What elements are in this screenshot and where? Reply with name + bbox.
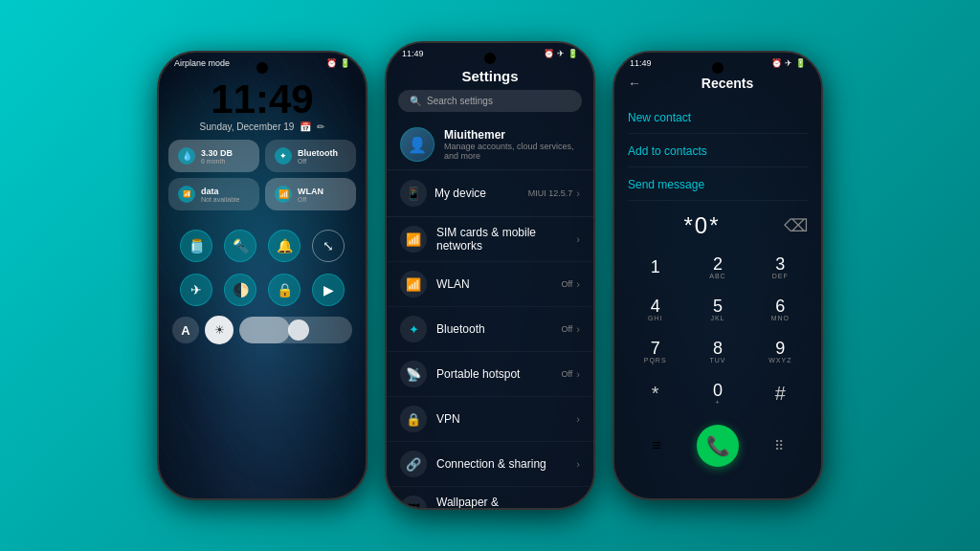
data-usage-card[interactable]: 💧 3.30 DB 6 month <box>168 140 259 172</box>
lock-btn[interactable]: 🔒 <box>268 274 301 306</box>
mobile-data-sub: Not available <box>201 196 239 203</box>
flashlight-btn[interactable]: 🫙 <box>180 230 212 262</box>
key-0[interactable]: 0 + <box>693 373 743 413</box>
key-1-num: 1 <box>651 258 660 276</box>
settings-item-vpn[interactable]: 🔒 VPN › <box>387 397 593 442</box>
recent-item-add-contact[interactable]: Add to contacts <box>628 134 808 167</box>
bt-item-label: Bluetooth <box>436 322 485 336</box>
dialer-number: *0* <box>628 212 776 239</box>
lock-time: 11:49 Sunday, December 19 📅 ✏ <box>159 70 366 132</box>
key-hash[interactable]: # <box>755 373 805 413</box>
profile-row[interactable]: 👤 Miuithemer Manage accounts, cloud serv… <box>387 120 593 170</box>
key-7[interactable]: 7 PQRS <box>631 331 680 371</box>
recent-item-send-message[interactable]: Send message <box>628 167 808 201</box>
brightness-slider[interactable] <box>239 317 352 343</box>
key-6[interactable]: 6 MNO <box>755 289 805 329</box>
wlan-item-text: WLAN <box>436 277 470 291</box>
hotspot-label: Portable hotspot <box>436 367 520 381</box>
status-icons: ⏰ 🔋 <box>326 58 350 68</box>
bt-item-right: Off › <box>561 323 580 335</box>
key-5-num: 5 <box>713 298 723 315</box>
hotspot-text: Portable hotspot <box>436 367 520 381</box>
menu-button[interactable]: ≡ <box>639 429 674 463</box>
profile-name: Miuithemer <box>444 128 580 142</box>
settings-item-sim[interactable]: 📶 SIM cards & mobile networks › <box>387 217 593 262</box>
vpn-icon: 🔒 <box>400 406 427 432</box>
brightness-toggle[interactable]: ☀ <box>205 316 234 344</box>
screen-btn[interactable]: ⤡ <box>312 230 345 262</box>
toggle-row-1: 💧 3.30 DB 6 month ✦ Bluetooth Off <box>168 140 356 172</box>
new-contact-link[interactable]: New contact <box>628 111 691 124</box>
brightness-thumb <box>288 320 309 341</box>
add-contacts-link[interactable]: Add to contacts <box>628 144 707 158</box>
wallpaper-chevron: › <box>576 503 580 508</box>
back-button[interactable]: ← <box>628 76 641 91</box>
backspace-button[interactable]: ⌫ <box>784 215 808 236</box>
mobile-data-label: data <box>201 187 239 196</box>
key-2-alpha: ABC <box>709 273 725 279</box>
vpn-item-left: 🔒 VPN <box>400 406 460 432</box>
vpn-label: VPN <box>436 412 460 426</box>
conn-item-left: 🔗 Connection & sharing <box>400 451 546 477</box>
phone-settings: 11:49 ⏰ ✈ 🔋 Settings 🔍 Search settings 👤… <box>385 41 595 510</box>
mobile-data-card[interactable]: 📶 data Not available <box>168 178 259 210</box>
key-1[interactable]: 1 <box>631 247 680 287</box>
brightness-row: A ☀ <box>159 312 366 348</box>
conn-chevron: › <box>576 458 580 470</box>
settings-item-connection[interactable]: 🔗 Connection & sharing › <box>387 442 593 487</box>
font-size-label[interactable]: A <box>172 317 199 343</box>
profile-info: Miuithemer Manage accounts, cloud servic… <box>444 128 580 161</box>
call-button[interactable]: 📞 <box>697 425 739 467</box>
wlan-settings-icon: 📶 <box>400 271 427 298</box>
key-4[interactable]: 4 GHI <box>631 289 680 329</box>
settings-item-hotspot[interactable]: 📡 Portable hotspot Off › <box>387 352 593 397</box>
key-9[interactable]: 9 WXYZ <box>755 331 805 371</box>
key-star[interactable]: * <box>631 373 680 413</box>
device-row-left: 📱 My device <box>400 180 486 207</box>
key-5[interactable]: 5 JKL <box>693 289 743 329</box>
signal-icon: 📶 <box>178 186 195 203</box>
avatar: 👤 <box>400 127 434 162</box>
menu-icon: ≡ <box>652 437 660 454</box>
torch-btn[interactable]: 🔦 <box>224 230 256 262</box>
recent-item-new-contact[interactable]: New contact <box>628 100 808 134</box>
settings-item-bluetooth[interactable]: ✦ Bluetooth Off › <box>387 307 593 352</box>
conn-label: Connection & sharing <box>436 457 546 471</box>
settings-title: Settings <box>387 60 593 90</box>
quick-toggles: 💧 3.30 DB 6 month ✦ Bluetooth Off <box>159 132 366 224</box>
settings-item-wlan[interactable]: 📶 WLAN Off › <box>387 262 593 307</box>
location-btn[interactable]: ▶ <box>312 274 345 306</box>
data-label: 3.30 DB <box>201 148 233 158</box>
wlan-sub: Off <box>298 196 323 203</box>
my-device-row[interactable]: 📱 My device MIUI 12.5.7 › <box>387 170 593 217</box>
key-2[interactable]: 2 ABC <box>693 247 743 287</box>
theme-btn[interactable]: 🌓 <box>224 274 256 306</box>
vpn-chevron: › <box>576 413 580 425</box>
bluetooth-card[interactable]: ✦ Bluetooth Off <box>265 140 356 172</box>
search-bar[interactable]: 🔍 Search settings <box>398 90 582 112</box>
key-8[interactable]: 8 TUV <box>693 331 743 371</box>
send-message-link[interactable]: Send message <box>628 178 704 191</box>
hotspot-item-right: Off › <box>561 368 580 380</box>
data-sub: 6 month <box>201 158 233 165</box>
bt-label: Bluetooth <box>298 148 338 158</box>
wlan-card[interactable]: 📶 WLAN Off <box>265 178 356 210</box>
punch-hole-2 <box>484 53 496 64</box>
recents-title: Recents <box>647 76 808 91</box>
key-3[interactable]: 3 DEF <box>755 247 805 287</box>
airplane-btn[interactable]: ✈ <box>180 274 212 306</box>
dialer-bottom-bar: ≡ 📞 ⠿ <box>614 419 821 474</box>
bt-item-text: Bluetooth <box>436 322 485 336</box>
sim-text: SIM cards & mobile networks <box>436 226 576 253</box>
phone-dialer: 11:49 ⏰ ✈ 🔋 ← Recents New contact Add to… <box>612 51 823 500</box>
dialpad-button[interactable]: ⠿ <box>762 429 796 463</box>
settings-item-wallpaper[interactable]: 🖼 Wallpaper & personalization › <box>387 487 593 508</box>
brightness-fill <box>239 317 290 343</box>
key-7-alpha: PQRS <box>644 357 667 364</box>
dialer-header: ← Recents <box>614 70 821 97</box>
notification-btn[interactable]: 🔔 <box>268 230 301 262</box>
key-star-num: * <box>652 384 659 403</box>
airplane-label: Airplane mode <box>174 58 230 68</box>
sim-label: SIM cards & mobile networks <box>436 226 576 253</box>
conn-text: Connection & sharing <box>436 457 546 471</box>
